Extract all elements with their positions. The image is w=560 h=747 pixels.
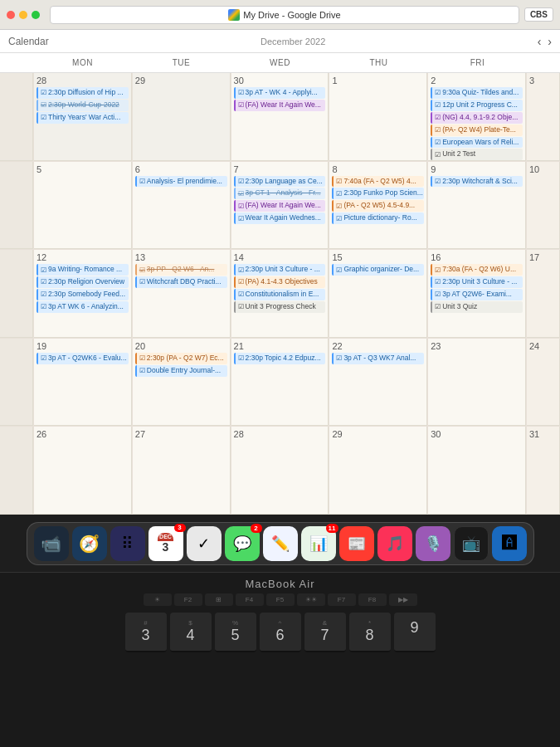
calendar-event[interactable]: ☑(PA) 4.1-4.3 Objectives (234, 276, 326, 288)
calendar-event[interactable]: ☑2:30p Unit 3 Culture - ... (431, 276, 523, 288)
calendar-event[interactable]: ☑Constitutionalism in E... (234, 289, 326, 300)
calendar-event[interactable]: ☑9a Writing- Romance ... (37, 264, 129, 276)
dock-item-podcasts[interactable]: 🎙️ (416, 526, 450, 561)
calendar-event[interactable]: ☑2:30p Funko Pop Scien... (332, 188, 424, 199)
calendar-day-cell[interactable]: 28☑2:30p Diffusion of Hip ...☑2:30p Worl… (34, 73, 132, 161)
calendar-event[interactable]: ☑Wear It Again Wednes... (234, 212, 326, 224)
calendar-event[interactable]: ☑3p CT 1 - Analysis - Fr... (234, 188, 326, 199)
calendar-event[interactable]: ☑(PA- Q2 W4) Plate-Te... (431, 124, 523, 136)
fn-key-mission[interactable]: ⊞ (205, 593, 233, 606)
dock-item-facetime[interactable]: 📹 (34, 526, 69, 561)
calendar-day-cell[interactable]: 22☑3p AT - Q3 WK7 Anal... (329, 339, 427, 427)
calendar-day-cell[interactable]: 12☑9a Writing- Romance ...☑2:30p Religio… (34, 250, 132, 338)
calendar-day-cell[interactable]: 9☑2:30p Witchcraft & Sci... (428, 162, 526, 250)
calendar-day-cell[interactable]: 29 (133, 73, 231, 161)
calendar-day-cell[interactable]: 26 (34, 427, 132, 515)
calendar-event[interactable]: ☑2:30p Religion Overview (37, 276, 129, 288)
calendar-day-cell[interactable]: 15☑Graphic organizer- De... (329, 250, 427, 338)
calendar-day-cell[interactable]: 14☑2:30p Unit 3 Culture - ...☑(PA) 4.1-4… (231, 250, 329, 338)
calendar-event[interactable]: ☑3p AT Q2W6- Exami... (431, 289, 523, 300)
dock-item-news[interactable]: 📰 (339, 526, 374, 561)
dock-item-pages[interactable]: ✏️ (263, 526, 298, 561)
fullscreen-button[interactable] (32, 11, 40, 19)
cbs-tab[interactable]: CBS (524, 7, 553, 22)
calendar-event[interactable]: ☑Unit 2 Test (431, 149, 523, 160)
address-bar[interactable]: My Drive - Google Drive (50, 6, 519, 24)
dock-item-calendar[interactable]: DEC3 3 (149, 526, 183, 561)
calendar-day-cell[interactable]: 16☑7:30a (FA - Q2 W6) U...☑2:30p Unit 3 … (428, 250, 526, 338)
key-4[interactable]: $4 (170, 613, 212, 652)
calendar-event[interactable]: ☑2:30p (PA - Q2 W7) Ec... (135, 353, 227, 364)
calendar-event[interactable]: ☑2:30p Diffusion of Hip ... (37, 87, 129, 99)
fn-key-f9[interactable]: ▶▶ (389, 593, 417, 606)
dock-item-safari[interactable]: 🧭 (72, 526, 107, 561)
calendar-event[interactable]: ☑3p AT - Q2WK6 - Evalu... (37, 353, 129, 364)
calendar-day-cell[interactable]: 8☑7:40a (FA - Q2 W5) 4...☑2:30p Funko Po… (329, 162, 427, 250)
fn-key-f7[interactable]: F7 (328, 593, 356, 606)
calendar-day-cell[interactable]: 29 (329, 427, 427, 515)
key-8[interactable]: *8 (349, 613, 391, 652)
calendar-event[interactable]: ☑(PA - Q2 W5) 4.5-4.9... (332, 200, 424, 212)
fn-key-f2[interactable]: F2 (174, 593, 202, 606)
calendar-event[interactable]: ☑(FA) Wear It Again We... (234, 100, 326, 111)
calendar-day-cell[interactable]: 2☑9:30a Quiz- Tildes and...☑12p Unit 2 P… (428, 73, 526, 161)
dock-item-launchpad[interactable]: ⠿ (110, 526, 145, 561)
calendar-day-cell[interactable]: 13☑3p PP - Q2 W6 - An...☑Witchcraft DBQ … (133, 250, 231, 338)
calendar-day-cell[interactable]: 30 (428, 427, 526, 515)
calendar-event[interactable]: ☑3p AT - WK 4 - Applyi... (234, 87, 326, 99)
nav-prev[interactable]: ‹ (538, 35, 542, 48)
dock-item-music[interactable]: 🎵 (377, 526, 412, 561)
dock-item-appletv[interactable]: 📺 (454, 526, 489, 561)
calendar-day-cell[interactable]: 17 (527, 250, 560, 338)
dock-item-numbers[interactable]: 📊 11 (301, 526, 336, 561)
calendar-day-cell[interactable]: 20☑2:30p (PA - Q2 W7) Ec...☑Double Entry… (133, 339, 231, 427)
calendar-day-cell[interactable]: 28 (231, 427, 329, 515)
calendar-event[interactable]: ☑3p AT - Q3 WK7 Anal... (332, 353, 424, 364)
calendar-day-cell[interactable]: 6☑Analysis- El prendimie... (133, 162, 231, 250)
fn-key-brightness-up[interactable]: ☀☀ (297, 593, 325, 606)
calendar-event[interactable]: ☑Unit 3 Quiz (431, 301, 523, 313)
calendar-event[interactable]: ☑2:30p Unit 3 Culture - ... (234, 264, 326, 276)
calendar-event[interactable]: ☑9:30a Quiz- Tildes and... (431, 87, 523, 99)
calendar-event[interactable]: ☑12p Unit 2 Progress C... (431, 100, 523, 111)
key-6[interactable]: ^6 (260, 613, 301, 652)
calendar-day-cell[interactable]: 31 (527, 427, 560, 515)
calendar-event[interactable]: ☑Graphic organizer- De... (332, 264, 424, 276)
calendar-event[interactable]: ☑3p AT WK 6 - Analyzin... (37, 301, 129, 313)
dock-item-appstore[interactable]: 🅰 (492, 526, 527, 561)
calendar-day-cell[interactable]: 3 (527, 73, 560, 161)
calendar-event[interactable]: ☑Picture dictionary- Ro... (332, 212, 424, 224)
calendar-event[interactable]: ☑Thirty Years' War Acti... (37, 112, 129, 124)
calendar-event[interactable]: ☑2:30p Witchcraft & Sci... (431, 176, 523, 188)
calendar-event[interactable]: ☑2:30p World-Cup-2022 (37, 100, 129, 111)
nav-next[interactable]: › (548, 35, 552, 48)
calendar-event[interactable]: ☑7:30a (FA - Q2 W6) U... (431, 264, 523, 276)
calendar-event[interactable]: ☑Double Entry Journal-... (135, 365, 227, 377)
calendar-event[interactable]: ☑2:30p Somebody Feed... (37, 289, 129, 300)
calendar-event[interactable]: ☑7:40a (FA - Q2 W5) 4... (332, 176, 424, 188)
calendar-event[interactable]: ☑(NG) 4.4, 9.1-9.2 Obje... (431, 112, 523, 124)
calendar-day-cell[interactable]: 24 (527, 339, 560, 427)
calendar-event[interactable]: ☑2:30p Topic 4.2 Edpuz... (234, 353, 326, 364)
fn-key-brightness-down[interactable]: ☀ (144, 593, 172, 606)
close-button[interactable] (7, 11, 15, 19)
key-5[interactable]: %5 (215, 613, 256, 652)
calendar-event[interactable]: ☑Analysis- El prendimie... (135, 176, 227, 188)
calendar-event[interactable]: ☑European Wars of Reli... (431, 137, 523, 149)
key-7[interactable]: &7 (304, 613, 346, 652)
calendar-day-cell[interactable]: 23 (428, 339, 526, 427)
calendar-day-cell[interactable]: 27 (133, 427, 231, 515)
calendar-day-cell[interactable]: 5 (34, 162, 132, 250)
calendar-event[interactable]: ☑Witchcraft DBQ Practi... (135, 276, 227, 288)
calendar-event[interactable]: ☑3p PP - Q2 W6 - An... (135, 264, 227, 276)
calendar-event[interactable]: ☑Unit 3 Progress Check (234, 301, 326, 313)
fn-key-f5[interactable]: F5 (266, 593, 295, 606)
key-9[interactable]: 9 (394, 613, 436, 652)
dock-item-reminders[interactable]: ✓ (187, 526, 222, 561)
calendar-day-cell[interactable]: 10 (527, 162, 560, 250)
fn-key-f4[interactable]: F4 (236, 593, 264, 606)
dock-item-messages[interactable]: 💬 2 (225, 526, 260, 561)
calendar-day-cell[interactable]: 21☑2:30p Topic 4.2 Edpuz... (231, 339, 329, 427)
calendar-day-cell[interactable]: 7☑2:30p Language as Ce...☑3p CT 1 - Anal… (231, 162, 329, 250)
calendar-event[interactable]: ☑(FA) Wear It Again We... (234, 200, 326, 212)
